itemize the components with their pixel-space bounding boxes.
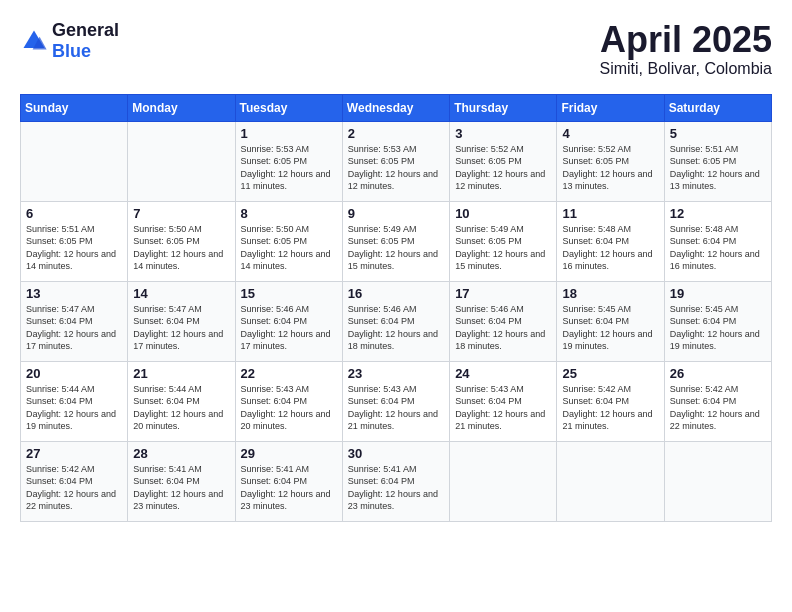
calendar-cell: 29Sunrise: 5:41 AM Sunset: 6:04 PM Dayli… (235, 441, 342, 521)
calendar-cell (664, 441, 771, 521)
calendar-cell: 3Sunrise: 5:52 AM Sunset: 6:05 PM Daylig… (450, 121, 557, 201)
cell-info: Sunrise: 5:53 AM Sunset: 6:05 PM Dayligh… (348, 143, 444, 193)
calendar-table: SundayMondayTuesdayWednesdayThursdayFrid… (20, 94, 772, 522)
cell-info: Sunrise: 5:45 AM Sunset: 6:04 PM Dayligh… (562, 303, 658, 353)
calendar-cell: 27Sunrise: 5:42 AM Sunset: 6:04 PM Dayli… (21, 441, 128, 521)
cell-info: Sunrise: 5:42 AM Sunset: 6:04 PM Dayligh… (562, 383, 658, 433)
cell-info: Sunrise: 5:49 AM Sunset: 6:05 PM Dayligh… (455, 223, 551, 273)
calendar-week-row: 27Sunrise: 5:42 AM Sunset: 6:04 PM Dayli… (21, 441, 772, 521)
cell-info: Sunrise: 5:46 AM Sunset: 6:04 PM Dayligh… (455, 303, 551, 353)
calendar-cell: 16Sunrise: 5:46 AM Sunset: 6:04 PM Dayli… (342, 281, 449, 361)
calendar-cell: 18Sunrise: 5:45 AM Sunset: 6:04 PM Dayli… (557, 281, 664, 361)
day-number: 10 (455, 206, 551, 221)
calendar-cell: 1Sunrise: 5:53 AM Sunset: 6:05 PM Daylig… (235, 121, 342, 201)
calendar-cell: 26Sunrise: 5:42 AM Sunset: 6:04 PM Dayli… (664, 361, 771, 441)
calendar-cell: 9Sunrise: 5:49 AM Sunset: 6:05 PM Daylig… (342, 201, 449, 281)
calendar-header-row: SundayMondayTuesdayWednesdayThursdayFrid… (21, 94, 772, 121)
logo-general-text: General (52, 20, 119, 40)
cell-info: Sunrise: 5:43 AM Sunset: 6:04 PM Dayligh… (455, 383, 551, 433)
day-number: 17 (455, 286, 551, 301)
cell-info: Sunrise: 5:47 AM Sunset: 6:04 PM Dayligh… (26, 303, 122, 353)
cell-info: Sunrise: 5:43 AM Sunset: 6:04 PM Dayligh… (348, 383, 444, 433)
title-block: April 2025 Simiti, Bolivar, Colombia (600, 20, 773, 78)
day-number: 24 (455, 366, 551, 381)
cell-info: Sunrise: 5:47 AM Sunset: 6:04 PM Dayligh… (133, 303, 229, 353)
cell-info: Sunrise: 5:42 AM Sunset: 6:04 PM Dayligh… (670, 383, 766, 433)
calendar-subtitle: Simiti, Bolivar, Colombia (600, 60, 773, 78)
calendar-cell (128, 121, 235, 201)
calendar-cell (450, 441, 557, 521)
calendar-cell: 28Sunrise: 5:41 AM Sunset: 6:04 PM Dayli… (128, 441, 235, 521)
day-number: 14 (133, 286, 229, 301)
day-number: 9 (348, 206, 444, 221)
cell-info: Sunrise: 5:51 AM Sunset: 6:05 PM Dayligh… (670, 143, 766, 193)
logo-icon (20, 27, 48, 55)
calendar-cell: 24Sunrise: 5:43 AM Sunset: 6:04 PM Dayli… (450, 361, 557, 441)
calendar-week-row: 20Sunrise: 5:44 AM Sunset: 6:04 PM Dayli… (21, 361, 772, 441)
calendar-cell: 4Sunrise: 5:52 AM Sunset: 6:05 PM Daylig… (557, 121, 664, 201)
day-number: 2 (348, 126, 444, 141)
day-number: 26 (670, 366, 766, 381)
calendar-cell: 20Sunrise: 5:44 AM Sunset: 6:04 PM Dayli… (21, 361, 128, 441)
day-number: 7 (133, 206, 229, 221)
cell-info: Sunrise: 5:46 AM Sunset: 6:04 PM Dayligh… (348, 303, 444, 353)
calendar-cell (557, 441, 664, 521)
cell-info: Sunrise: 5:44 AM Sunset: 6:04 PM Dayligh… (133, 383, 229, 433)
day-of-week-header: Sunday (21, 94, 128, 121)
calendar-cell: 11Sunrise: 5:48 AM Sunset: 6:04 PM Dayli… (557, 201, 664, 281)
day-of-week-header: Monday (128, 94, 235, 121)
cell-info: Sunrise: 5:41 AM Sunset: 6:04 PM Dayligh… (241, 463, 337, 513)
cell-info: Sunrise: 5:41 AM Sunset: 6:04 PM Dayligh… (348, 463, 444, 513)
day-number: 16 (348, 286, 444, 301)
day-number: 6 (26, 206, 122, 221)
day-number: 27 (26, 446, 122, 461)
calendar-cell: 17Sunrise: 5:46 AM Sunset: 6:04 PM Dayli… (450, 281, 557, 361)
calendar-cell: 8Sunrise: 5:50 AM Sunset: 6:05 PM Daylig… (235, 201, 342, 281)
calendar-cell: 19Sunrise: 5:45 AM Sunset: 6:04 PM Dayli… (664, 281, 771, 361)
cell-info: Sunrise: 5:44 AM Sunset: 6:04 PM Dayligh… (26, 383, 122, 433)
cell-info: Sunrise: 5:49 AM Sunset: 6:05 PM Dayligh… (348, 223, 444, 273)
calendar-cell: 15Sunrise: 5:46 AM Sunset: 6:04 PM Dayli… (235, 281, 342, 361)
cell-info: Sunrise: 5:42 AM Sunset: 6:04 PM Dayligh… (26, 463, 122, 513)
day-number: 21 (133, 366, 229, 381)
day-of-week-header: Friday (557, 94, 664, 121)
calendar-week-row: 13Sunrise: 5:47 AM Sunset: 6:04 PM Dayli… (21, 281, 772, 361)
calendar-cell: 13Sunrise: 5:47 AM Sunset: 6:04 PM Dayli… (21, 281, 128, 361)
calendar-cell: 6Sunrise: 5:51 AM Sunset: 6:05 PM Daylig… (21, 201, 128, 281)
cell-info: Sunrise: 5:52 AM Sunset: 6:05 PM Dayligh… (455, 143, 551, 193)
day-number: 23 (348, 366, 444, 381)
calendar-cell: 23Sunrise: 5:43 AM Sunset: 6:04 PM Dayli… (342, 361, 449, 441)
calendar-cell: 30Sunrise: 5:41 AM Sunset: 6:04 PM Dayli… (342, 441, 449, 521)
calendar-cell: 5Sunrise: 5:51 AM Sunset: 6:05 PM Daylig… (664, 121, 771, 201)
day-number: 30 (348, 446, 444, 461)
cell-info: Sunrise: 5:50 AM Sunset: 6:05 PM Dayligh… (133, 223, 229, 273)
day-number: 20 (26, 366, 122, 381)
logo-blue-text: Blue (52, 41, 91, 61)
cell-info: Sunrise: 5:52 AM Sunset: 6:05 PM Dayligh… (562, 143, 658, 193)
day-number: 25 (562, 366, 658, 381)
calendar-week-row: 1Sunrise: 5:53 AM Sunset: 6:05 PM Daylig… (21, 121, 772, 201)
page-header: General Blue April 2025 Simiti, Bolivar,… (20, 20, 772, 78)
day-number: 8 (241, 206, 337, 221)
day-of-week-header: Wednesday (342, 94, 449, 121)
day-number: 11 (562, 206, 658, 221)
day-of-week-header: Tuesday (235, 94, 342, 121)
day-number: 22 (241, 366, 337, 381)
calendar-cell: 12Sunrise: 5:48 AM Sunset: 6:04 PM Dayli… (664, 201, 771, 281)
cell-info: Sunrise: 5:46 AM Sunset: 6:04 PM Dayligh… (241, 303, 337, 353)
logo: General Blue (20, 20, 119, 62)
calendar-cell: 7Sunrise: 5:50 AM Sunset: 6:05 PM Daylig… (128, 201, 235, 281)
day-number: 3 (455, 126, 551, 141)
cell-info: Sunrise: 5:41 AM Sunset: 6:04 PM Dayligh… (133, 463, 229, 513)
calendar-cell: 25Sunrise: 5:42 AM Sunset: 6:04 PM Dayli… (557, 361, 664, 441)
cell-info: Sunrise: 5:50 AM Sunset: 6:05 PM Dayligh… (241, 223, 337, 273)
cell-info: Sunrise: 5:43 AM Sunset: 6:04 PM Dayligh… (241, 383, 337, 433)
day-of-week-header: Saturday (664, 94, 771, 121)
day-number: 1 (241, 126, 337, 141)
day-number: 18 (562, 286, 658, 301)
cell-info: Sunrise: 5:48 AM Sunset: 6:04 PM Dayligh… (670, 223, 766, 273)
cell-info: Sunrise: 5:48 AM Sunset: 6:04 PM Dayligh… (562, 223, 658, 273)
day-number: 15 (241, 286, 337, 301)
day-number: 28 (133, 446, 229, 461)
calendar-cell: 22Sunrise: 5:43 AM Sunset: 6:04 PM Dayli… (235, 361, 342, 441)
